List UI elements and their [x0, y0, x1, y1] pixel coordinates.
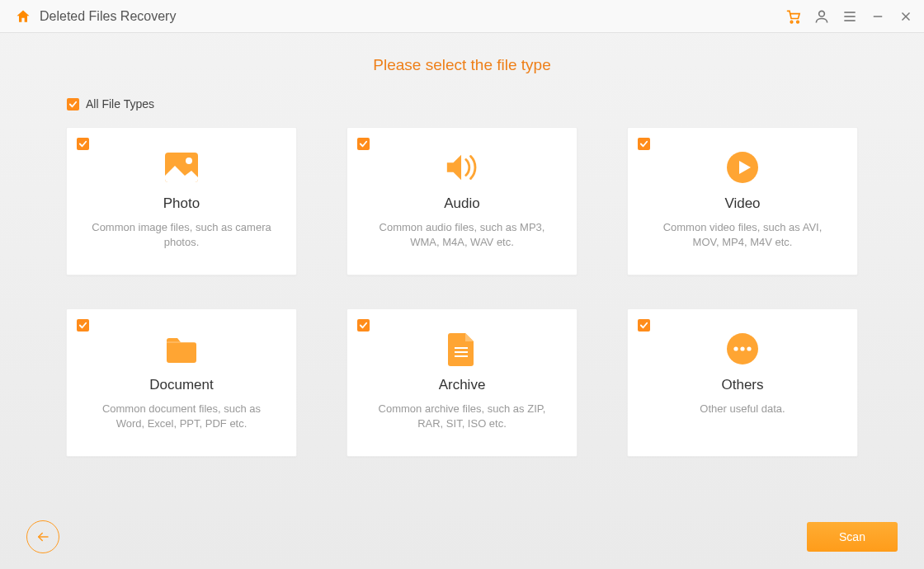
all-file-types-row[interactable]: All File Types — [67, 97, 924, 111]
card-document-title: Document — [149, 377, 213, 393]
card-audio-title: Audio — [444, 195, 479, 212]
menu-icon[interactable] — [842, 8, 858, 25]
card-archive-desc: Common archive files, such as ZIP, RAR, … — [364, 402, 560, 430]
audio-icon — [444, 149, 480, 186]
svg-point-2 — [819, 11, 825, 16]
card-photo-checkbox[interactable] — [77, 138, 89, 150]
card-others-title: Others — [721, 377, 763, 393]
footer-bar: Scan — [0, 505, 924, 569]
scan-button[interactable]: Scan — [807, 522, 898, 552]
svg-point-10 — [186, 158, 192, 164]
window-actions — [785, 8, 914, 25]
close-icon[interactable] — [898, 8, 914, 25]
window-title: Deleted Files Recovery — [40, 9, 785, 24]
archive-icon — [444, 331, 480, 367]
photo-icon — [163, 149, 200, 186]
card-archive-checkbox[interactable] — [357, 319, 370, 332]
card-others-checkbox[interactable] — [638, 319, 650, 332]
page-heading: Please select the file type — [0, 56, 924, 74]
svg-point-1 — [797, 21, 799, 22]
others-icon — [724, 331, 761, 367]
card-document-desc: Common document files, such as Word, Exc… — [83, 402, 280, 430]
title-bar: Deleted Files Recovery — [0, 0, 924, 33]
svg-point-0 — [790, 21, 793, 22]
card-audio-desc: Common audio files, such as MP3, WMA, M4… — [364, 220, 560, 249]
card-photo[interactable]: Photo Common image files, such as camera… — [66, 127, 297, 275]
document-icon — [163, 331, 200, 367]
user-icon[interactable] — [813, 8, 830, 25]
back-button[interactable] — [26, 520, 59, 553]
card-others-desc: Other useful data. — [695, 402, 790, 416]
card-audio[interactable]: Audio Common audio files, such as MP3, W… — [346, 127, 578, 275]
card-video-checkbox[interactable] — [638, 138, 650, 150]
card-document-checkbox[interactable] — [77, 319, 89, 332]
card-archive-title: Archive — [439, 377, 486, 393]
card-document[interactable]: Document Common document files, such as … — [66, 308, 297, 457]
card-archive[interactable]: Archive Common archive files, such as ZI… — [346, 308, 578, 457]
card-photo-desc: Common image files, such as camera photo… — [83, 220, 280, 249]
card-photo-title: Photo — [163, 195, 200, 212]
file-type-grid: Photo Common image files, such as camera… — [66, 127, 858, 457]
card-others[interactable]: Others Other useful data. — [627, 308, 858, 457]
card-video-title: Video — [724, 195, 760, 212]
svg-point-17 — [733, 346, 738, 350]
card-audio-checkbox[interactable] — [357, 138, 370, 150]
all-file-types-checkbox[interactable] — [67, 98, 79, 111]
svg-point-19 — [747, 346, 751, 350]
all-file-types-label: All File Types — [86, 97, 154, 111]
card-video-desc: Common video files, such as AVI, MOV, MP… — [644, 220, 841, 249]
video-icon — [724, 149, 761, 186]
minimize-icon[interactable] — [870, 8, 886, 25]
card-video[interactable]: Video Common video files, such as AVI, M… — [627, 127, 858, 275]
home-icon[interactable] — [15, 8, 31, 25]
svg-point-18 — [740, 346, 744, 350]
cart-icon[interactable] — [785, 8, 802, 25]
